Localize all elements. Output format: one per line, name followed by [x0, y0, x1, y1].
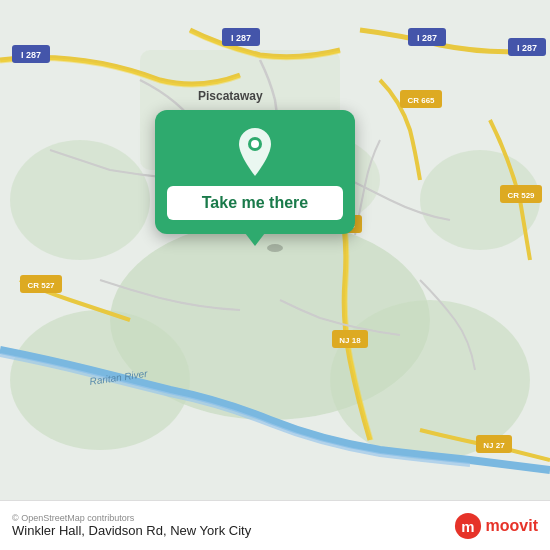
map-container[interactable]: I 287 I 287 I 287 I 287 CR 665 CR 529 CR…	[0, 0, 550, 500]
moovit-brand-text: moovit	[486, 517, 538, 535]
svg-point-30	[267, 244, 283, 252]
svg-text:CR 529: CR 529	[507, 191, 535, 200]
take-me-there-button[interactable]: Take me there	[167, 186, 343, 220]
bottom-bar: © OpenStreetMap contributors Winkler Hal…	[0, 500, 550, 550]
popup-card: Take me there	[155, 110, 355, 234]
location-pin-icon	[233, 126, 277, 178]
bottom-left: © OpenStreetMap contributors Winkler Hal…	[12, 513, 251, 538]
map-background: I 287 I 287 I 287 I 287 CR 665 CR 529 CR…	[0, 0, 550, 500]
copyright-text: © OpenStreetMap contributors	[12, 513, 251, 523]
moovit-logo-icon: m	[454, 512, 482, 540]
moovit-logo: m moovit	[454, 512, 538, 540]
svg-text:NJ 27: NJ 27	[483, 441, 505, 450]
location-icon-wrapper	[229, 126, 281, 178]
svg-text:m: m	[461, 517, 474, 534]
location-name: Winkler Hall, Davidson Rd, New York City	[12, 523, 251, 538]
svg-text:CR 665: CR 665	[407, 96, 435, 105]
svg-text:I 287: I 287	[231, 33, 251, 43]
svg-point-5	[10, 140, 150, 260]
svg-text:NJ 18: NJ 18	[339, 336, 361, 345]
svg-text:CR 527: CR 527	[27, 281, 55, 290]
svg-point-32	[251, 140, 259, 148]
svg-text:I 287: I 287	[21, 50, 41, 60]
svg-text:I 287: I 287	[417, 33, 437, 43]
svg-text:Piscataway: Piscataway	[198, 89, 263, 103]
svg-text:I 287: I 287	[517, 43, 537, 53]
